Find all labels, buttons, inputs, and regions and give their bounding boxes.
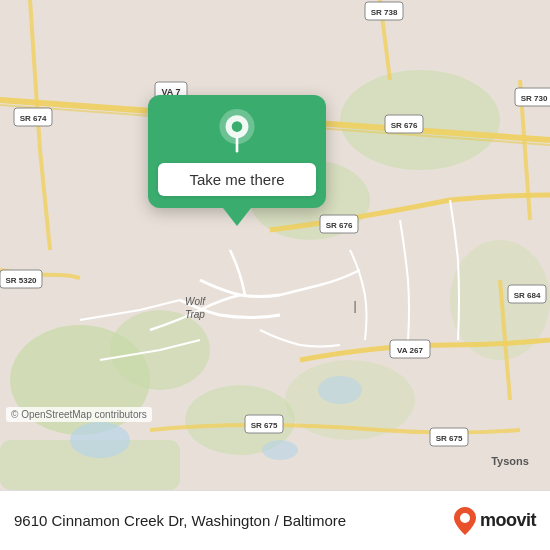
map-container: VA 7 SR 676 SR 676 SR 738 SR 730 SR 674 … bbox=[0, 0, 550, 490]
bottom-bar: 9610 Cinnamon Creek Dr, Washington / Bal… bbox=[0, 490, 550, 550]
svg-point-10 bbox=[318, 376, 362, 404]
svg-text:SR 675: SR 675 bbox=[436, 434, 463, 443]
svg-text:SR 730: SR 730 bbox=[521, 94, 548, 103]
svg-point-11 bbox=[262, 440, 298, 460]
address-text: 9610 Cinnamon Creek Dr, Washington / Bal… bbox=[14, 512, 454, 529]
popup-box: Take me there bbox=[148, 95, 326, 208]
svg-text:SR 676: SR 676 bbox=[391, 121, 418, 130]
svg-text:VA 267: VA 267 bbox=[397, 346, 423, 355]
svg-point-9 bbox=[70, 422, 130, 458]
moovit-logo: moovit bbox=[454, 507, 536, 535]
svg-text:SR 738: SR 738 bbox=[371, 8, 398, 17]
location-popup: Take me there bbox=[148, 95, 326, 226]
attribution-text: © OpenStreetMap contributors bbox=[6, 407, 152, 422]
svg-text:SR 684: SR 684 bbox=[514, 291, 541, 300]
moovit-wordmark: moovit bbox=[480, 510, 536, 531]
popup-arrow bbox=[223, 208, 251, 226]
svg-text:Tysons: Tysons bbox=[491, 455, 529, 467]
svg-text:SR 676: SR 676 bbox=[326, 221, 353, 230]
svg-text:Trap: Trap bbox=[185, 309, 205, 320]
location-pin-icon bbox=[215, 109, 259, 153]
svg-text:|: | bbox=[353, 299, 356, 313]
svg-point-43 bbox=[460, 513, 470, 523]
svg-text:SR 674: SR 674 bbox=[20, 114, 47, 123]
svg-text:SR 675: SR 675 bbox=[251, 421, 278, 430]
svg-point-42 bbox=[232, 121, 243, 132]
svg-text:SR 5320: SR 5320 bbox=[5, 276, 37, 285]
svg-text:Wolf: Wolf bbox=[185, 296, 206, 307]
moovit-pin-icon bbox=[454, 507, 476, 535]
take-me-there-button[interactable]: Take me there bbox=[158, 163, 316, 196]
